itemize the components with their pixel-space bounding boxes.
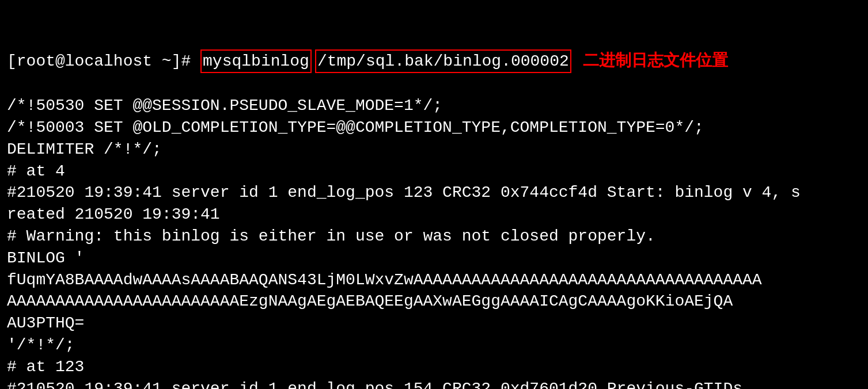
cmd-mysqlbinlog: mysqlbinlog xyxy=(200,49,312,74)
terminal-line: /*!50530 SET @@SESSION.PSEUDO_SLAVE_MODE… xyxy=(7,95,861,117)
terminal-line: #210520 19:39:41 server id 1 end_log_pos… xyxy=(7,182,861,204)
terminal-line: reated 210520 19:39:41 xyxy=(7,204,861,226)
cmd-path: /tmp/sql.bak/binlog.000002 xyxy=(315,49,571,74)
terminal-line: AU3PTHQ= xyxy=(7,312,861,334)
terminal-line: #210520 19:39:41 server id 1 end_log_pos… xyxy=(7,378,861,389)
prompt-line: [root@localhost ~]# mysqlbinlog/tmp/sql.… xyxy=(7,49,861,74)
terminal-line: fUqmYA8BAAAAdwAAAAsAAAABAAQANS43LjM0LWxv… xyxy=(7,269,861,291)
terminal-line: # at 4 xyxy=(7,161,861,182)
terminal-line: # Warning: this binlog is either in use … xyxy=(7,226,861,247)
prompt-text: [root@localhost ~]# xyxy=(7,51,200,73)
terminal: [root@localhost ~]# mysqlbinlog/tmp/sql.… xyxy=(7,6,861,95)
terminal-line: '/*!*/; xyxy=(7,334,861,356)
terminal-line: /*!50003 SET @OLD_COMPLETION_TYPE=@@COMP… xyxy=(7,117,861,139)
terminal-line: DELIMITER /*!*/; xyxy=(7,139,861,161)
terminal-output: /*!50530 SET @@SESSION.PSEUDO_SLAVE_MODE… xyxy=(7,95,861,389)
annotation: 二进制日志文件位置 xyxy=(583,51,728,73)
terminal-line: BINLOG ' xyxy=(7,247,861,269)
terminal-line: # at 123 xyxy=(7,356,861,378)
terminal-line: AAAAAAAAAAAAAAAAAAAAAAAAEzgNAAgAEgAEBAQE… xyxy=(7,291,861,312)
